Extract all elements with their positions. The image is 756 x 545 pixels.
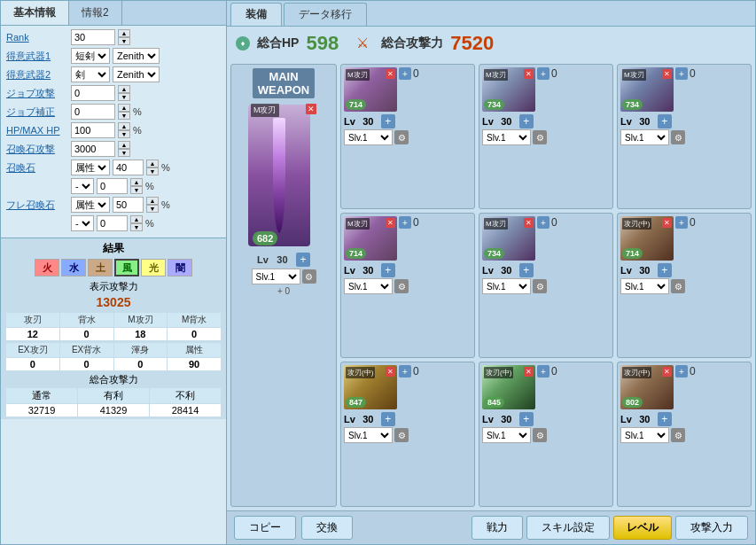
summon-sub-spinner[interactable]: ▲ ▼ (130, 178, 143, 194)
main-lv-plus-btn[interactable]: + (296, 253, 310, 267)
weapon2-type-select[interactable]: 剣短剣 (71, 66, 110, 82)
hp-down[interactable]: ▼ (118, 130, 130, 138)
level-button[interactable]: レベル (613, 516, 672, 540)
card-4-lv-plus-btn[interactable]: + (519, 263, 534, 277)
card-7-lv-plus-btn[interactable]: + (519, 412, 534, 426)
copy-button[interactable]: コピー (234, 516, 296, 540)
elem-light-btn[interactable]: 光 (141, 259, 166, 276)
card-3-plus-btn[interactable]: + (399, 216, 411, 229)
weapon1-name-select[interactable]: Zenith (113, 48, 160, 64)
rank-input[interactable] (71, 29, 115, 45)
card-3-slv-select[interactable]: Slv.1 (344, 278, 393, 294)
card-4-gear-btn[interactable]: ⚙ (533, 279, 547, 293)
card-1-gear-btn[interactable]: ⚙ (533, 130, 547, 144)
card-1-close[interactable]: ✕ (524, 69, 534, 79)
card-5-close[interactable]: ✕ (662, 218, 672, 228)
job-atk-spinner[interactable]: ▲ ▼ (118, 85, 130, 101)
elem-dark-btn[interactable]: 闇 (168, 259, 192, 276)
friend-attr-up[interactable]: ▲ (146, 197, 159, 205)
weapon2-label[interactable]: 得意武器2 (6, 68, 68, 82)
tab-equipment[interactable]: 装備 (230, 3, 282, 26)
tab-info2[interactable]: 情報2 (69, 1, 122, 25)
elem-fire-btn[interactable]: 火 (35, 259, 59, 276)
card-5-lv-plus-btn[interactable]: + (658, 263, 672, 277)
skill-button[interactable]: スキル設定 (526, 516, 610, 540)
elem-wind-btn[interactable]: 風 (114, 259, 139, 276)
card-4-close[interactable]: ✕ (524, 218, 534, 228)
card-7-gear-btn[interactable]: ⚙ (533, 428, 547, 442)
card-4-plus-btn[interactable]: + (537, 216, 549, 229)
card-8-lv-plus-btn[interactable]: + (658, 412, 672, 426)
summon-atk-input[interactable] (71, 141, 115, 157)
weapon1-type-select[interactable]: 短剣剣 (71, 48, 110, 64)
summon-atk-label[interactable]: 召喚石攻撃 (6, 143, 68, 156)
card-1-slv-select[interactable]: Slv.1 (482, 129, 531, 145)
friend-sub-spinner[interactable]: ▲ ▼ (130, 215, 143, 231)
summon-sub-up[interactable]: ▲ (130, 178, 143, 186)
elem-water-btn[interactable]: 水 (61, 259, 86, 276)
card-0-close[interactable]: ✕ (386, 69, 395, 79)
summon-sub-select[interactable]: - (71, 178, 94, 194)
card-0-gear-btn[interactable]: ⚙ (394, 130, 409, 144)
card-1-lv-plus-btn[interactable]: + (519, 114, 534, 128)
summon-atk-up[interactable]: ▲ (118, 141, 130, 149)
friend-sub-select[interactable]: - (71, 215, 94, 231)
card-0-slv-select[interactable]: Slv.1 (344, 129, 393, 145)
card-7-slv-select[interactable]: Slv.1 (482, 427, 531, 443)
card-2-plus-btn[interactable]: + (675, 67, 688, 80)
summon-attr-select[interactable]: 属性 (71, 160, 110, 175)
card-0-lv-plus-btn[interactable]: + (381, 114, 395, 128)
card-1-plus-btn[interactable]: + (537, 67, 549, 80)
job-atk-down[interactable]: ▼ (118, 93, 130, 101)
rank-down[interactable]: ▼ (118, 37, 130, 45)
job-mod-down[interactable]: ▼ (118, 112, 130, 120)
job-mod-input[interactable] (71, 104, 115, 120)
summon-label[interactable]: 召喚石 (6, 161, 68, 175)
card-6-slv-select[interactable]: Slv.1 (344, 427, 393, 443)
summon-atk-down[interactable]: ▼ (118, 149, 130, 157)
summon-sub-down[interactable]: ▼ (130, 186, 143, 194)
card-6-close[interactable]: ✕ (386, 367, 395, 377)
card-6-gear-btn[interactable]: ⚙ (394, 428, 409, 442)
card-7-close[interactable]: ✕ (524, 367, 534, 377)
card-0-plus-btn[interactable]: + (399, 67, 411, 80)
card-5-plus-btn[interactable]: + (675, 216, 688, 229)
friend-attr-spinner[interactable]: ▲ ▼ (146, 197, 159, 213)
friend-summon-label[interactable]: フレ召喚石 (6, 199, 68, 212)
hp-up[interactable]: ▲ (118, 122, 130, 130)
friend-sub-down[interactable]: ▼ (130, 223, 143, 231)
friend-attr-select[interactable]: 属性 (71, 197, 110, 213)
card-4-slv-select[interactable]: Slv.1 (482, 278, 531, 294)
friend-sub-up[interactable]: ▲ (130, 215, 143, 223)
tab-basic-info[interactable]: 基本情報 (1, 1, 69, 25)
weapon1-label[interactable]: 得意武器1 (6, 50, 68, 63)
exchange-button[interactable]: 交換 (301, 516, 353, 540)
input-button[interactable]: 攻撃入力 (675, 516, 748, 540)
weapon2-name-select[interactable]: Zenith (113, 66, 160, 82)
card-5-slv-select[interactable]: Slv.1 (620, 278, 669, 294)
card-8-plus-btn[interactable]: + (675, 365, 688, 378)
summon-attr-spinner[interactable]: ▲ ▼ (146, 160, 159, 175)
elem-earth-btn[interactable]: 土 (88, 259, 113, 276)
hp-spinner[interactable]: ▲ ▼ (118, 122, 130, 138)
battle-button[interactable]: 戦力 (472, 516, 523, 540)
job-atk-label[interactable]: ジョブ攻撃 (6, 87, 68, 100)
rank-up[interactable]: ▲ (118, 29, 130, 37)
card-2-close[interactable]: ✕ (662, 69, 672, 79)
hp-label[interactable]: HP/MAX HP (6, 125, 68, 136)
card-5-gear-btn[interactable]: ⚙ (671, 279, 685, 293)
friend-attr-input[interactable] (113, 197, 144, 213)
main-weapon-close[interactable]: ✕ (306, 104, 316, 114)
card-3-gear-btn[interactable]: ⚙ (394, 279, 409, 293)
summon-sub-input[interactable] (97, 178, 128, 194)
friend-attr-down[interactable]: ▼ (146, 205, 159, 213)
card-7-plus-btn[interactable]: + (537, 365, 549, 378)
job-atk-input[interactable] (71, 85, 115, 101)
card-2-slv-select[interactable]: Slv.1 (620, 129, 669, 145)
job-mod-label[interactable]: ジョブ補正 (6, 105, 68, 119)
card-2-lv-plus-btn[interactable]: + (658, 114, 672, 128)
friend-sub-input[interactable] (97, 215, 128, 231)
job-mod-spinner[interactable]: ▲ ▼ (118, 104, 130, 120)
card-6-lv-plus-btn[interactable]: + (381, 412, 395, 426)
summon-attr-input[interactable] (113, 160, 144, 175)
